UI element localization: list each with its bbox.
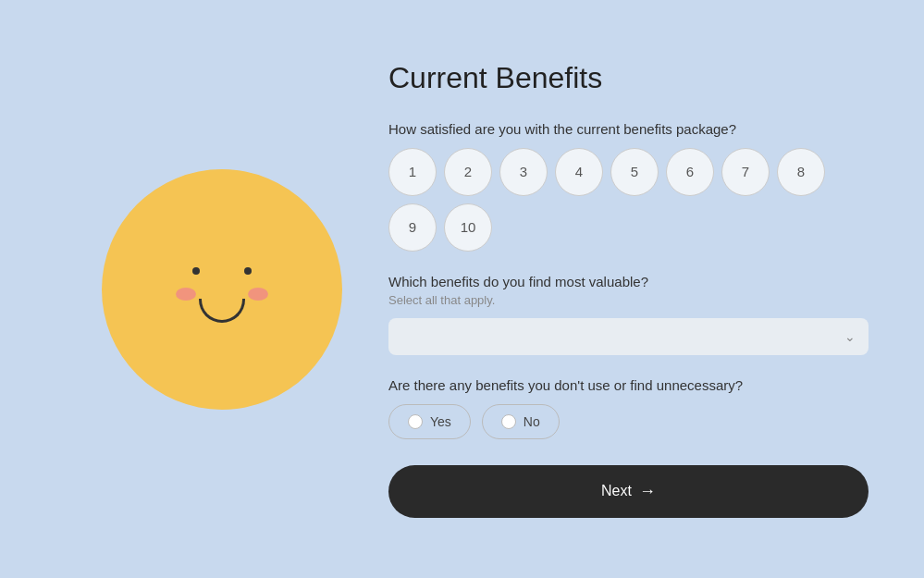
cheek-right	[248, 288, 268, 301]
rating-btn-8[interactable]: 8	[777, 148, 825, 196]
benefits-section: Which benefits do you find most valuable…	[388, 274, 869, 355]
mascot-face	[166, 267, 277, 323]
rating-btn-10[interactable]: 10	[444, 203, 492, 252]
satisfaction-section: How satisfied are you with the current b…	[388, 121, 869, 252]
unnecessary-label: Are there any benefits you don't use or …	[388, 377, 869, 393]
no-radio	[501, 414, 516, 429]
page-title: Current Benefits	[388, 61, 869, 95]
rating-btn-4[interactable]: 4	[555, 148, 603, 196]
benefits-dropdown[interactable]: Health Insurance Dental Vision 401k PTO …	[388, 318, 869, 355]
satisfaction-label: How satisfied are you with the current b…	[388, 121, 869, 137]
next-button[interactable]: Next →	[388, 465, 869, 518]
eye-right	[244, 267, 252, 275]
rating-btn-3[interactable]: 3	[499, 148, 548, 196]
rating-btn-6[interactable]: 6	[666, 148, 714, 196]
cheek-left	[176, 288, 196, 301]
rating-btn-1[interactable]: 1	[388, 148, 437, 196]
mascot-circle	[102, 169, 342, 410]
eye-left	[192, 267, 200, 275]
benefits-sublabel: Select all that apply.	[388, 293, 869, 307]
benefits-label: Which benefits do you find most valuable…	[388, 274, 869, 289]
yes-label: Yes	[430, 414, 451, 429]
yes-button[interactable]: Yes	[388, 404, 471, 439]
rating-btn-2[interactable]: 2	[444, 148, 492, 196]
rating-btn-5[interactable]: 5	[610, 148, 659, 196]
benefits-dropdown-wrapper: Health Insurance Dental Vision 401k PTO …	[388, 318, 869, 355]
no-label: No	[524, 414, 540, 429]
smile	[199, 299, 245, 323]
rating-grid: 1 2 3 4 5 6 7 8 9 10	[388, 148, 869, 252]
page-container: Current Benefits How satisfied are you w…	[0, 0, 924, 578]
unnecessary-section: Are there any benefits you don't use or …	[388, 377, 869, 439]
rating-btn-7[interactable]: 7	[721, 148, 770, 196]
arrow-right-icon: →	[639, 482, 656, 501]
mascot-area	[55, 169, 388, 410]
no-button[interactable]: No	[482, 404, 560, 439]
form-area: Current Benefits How satisfied are you w…	[388, 61, 869, 518]
next-label: Next	[601, 483, 632, 499]
yes-radio	[408, 414, 423, 429]
yes-no-group: Yes No	[388, 404, 869, 439]
rating-btn-9[interactable]: 9	[388, 203, 437, 252]
